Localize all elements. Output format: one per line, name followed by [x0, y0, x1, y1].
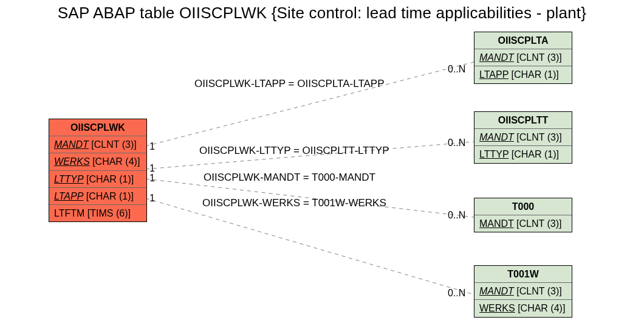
- entity-oiiscplwk-title: OIISCPLWK: [49, 119, 146, 136]
- field-row: MANDT [CLNT (3)]: [49, 136, 146, 153]
- field-type: [CLNT (3)]: [516, 52, 561, 63]
- svg-line-0: [146, 62, 474, 146]
- relation-label: OIISCPLWK-MANDT = T000-MANDT: [204, 172, 375, 184]
- field-name: LTTYP: [54, 174, 84, 184]
- relation-label: OIISCPLWK-WERKS = T001W-WERKS: [202, 197, 386, 209]
- cardinality-left: 1: [149, 193, 155, 204]
- field-name: WERKS: [54, 156, 90, 167]
- field-row: MANDT [CLNT (3)]: [474, 215, 572, 232]
- diagram-stage: SAP ABAP table OIISCPLWK {Site control: …: [0, 0, 644, 334]
- entity-oiiscplwk: OIISCPLWK MANDT [CLNT (3)] WERKS [CHAR (…: [49, 119, 147, 222]
- cardinality-right: 0..N: [448, 137, 465, 148]
- entity-oiiscplta-title: OIISCPLTA: [474, 32, 572, 49]
- field-type: [TIMS (6)]: [87, 208, 131, 218]
- page-title: SAP ABAP table OIISCPLWK {Site control: …: [0, 4, 644, 23]
- field-name: LTTYP: [479, 149, 509, 159]
- field-row: LTAPP [CHAR (1)]: [474, 66, 572, 83]
- entity-t000: T000 MANDT [CLNT (3)]: [474, 198, 572, 232]
- cardinality-right: 0..N: [448, 288, 465, 299]
- field-name: MANDT: [479, 218, 514, 229]
- field-type: [CLNT (3)]: [516, 218, 561, 229]
- field-row: LTTYP [CHAR (1)]: [49, 171, 146, 188]
- entity-t001w: T001W MANDT [CLNT (3)] WERKS [CHAR (4)]: [474, 265, 572, 318]
- field-name: MANDT: [479, 52, 514, 63]
- field-type: [CLNT (3)]: [516, 132, 561, 142]
- field-type: [CHAR (1)]: [86, 174, 134, 184]
- field-name: WERKS: [479, 303, 515, 313]
- entity-t001w-title: T001W: [474, 266, 572, 283]
- relation-label: OIISCPLWK-LTAPP = OIISCPLTA-LTAPP: [194, 78, 385, 90]
- field-row: MANDT [CLNT (3)]: [474, 129, 572, 146]
- cardinality-left: 1: [149, 141, 155, 152]
- field-name: MANDT: [479, 286, 514, 296]
- field-name: LTAPP: [479, 69, 509, 80]
- cardinality-right: 0..N: [448, 210, 465, 221]
- field-type: [CHAR (1)]: [86, 191, 134, 201]
- field-row: MANDT [CLNT (3)]: [474, 49, 572, 66]
- field-row: LTFTM [TIMS (6)]: [49, 205, 146, 221]
- field-type: [CHAR (1)]: [511, 69, 558, 80]
- field-type: [CHAR (4)]: [92, 156, 140, 167]
- entity-oiiscpltt: OIISCPLTT MANDT [CLNT (3)] LTTYP [CHAR (…: [474, 111, 572, 164]
- field-name: LTAPP: [54, 191, 83, 201]
- field-row: WERKS [CHAR (4)]: [49, 153, 146, 170]
- cardinality-right: 0..N: [448, 64, 465, 75]
- field-type: [CLNT (3)]: [91, 139, 136, 150]
- relation-label: OIISCPLWK-LTTYP = OIISCPLTT-LTTYP: [199, 145, 389, 157]
- entity-oiiscpltt-title: OIISCPLTT: [474, 112, 572, 129]
- field-row: LTTYP [CHAR (1)]: [474, 146, 572, 162]
- field-row: LTAPP [CHAR (1)]: [49, 188, 146, 205]
- field-row: WERKS [CHAR (4)]: [474, 300, 572, 316]
- field-name: MANDT: [479, 132, 514, 142]
- field-name: LTFTM: [54, 208, 84, 218]
- field-type: [CHAR (1)]: [512, 149, 559, 159]
- field-row: MANDT [CLNT (3)]: [474, 283, 572, 300]
- field-type: [CHAR (4)]: [518, 303, 565, 313]
- field-type: [CLNT (3)]: [516, 286, 561, 296]
- field-name: MANDT: [54, 139, 89, 150]
- cardinality-left: 1: [149, 173, 155, 184]
- svg-line-3: [146, 198, 474, 294]
- entity-oiiscplta: OIISCPLTA MANDT [CLNT (3)] LTAPP [CHAR (…: [474, 32, 572, 84]
- entity-t000-title: T000: [474, 198, 572, 215]
